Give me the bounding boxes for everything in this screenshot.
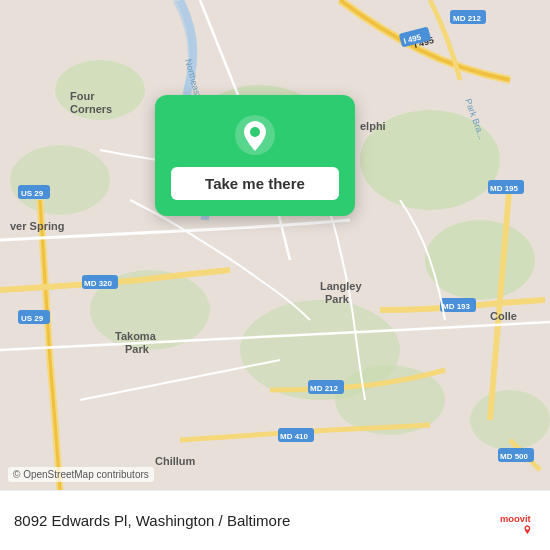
map-view: I 495 I 495 US 29 US 29 MD 320 MD 195 MD… <box>0 0 550 490</box>
svg-text:MD 195: MD 195 <box>490 184 519 193</box>
svg-text:MD 410: MD 410 <box>280 432 309 441</box>
svg-text:elphi: elphi <box>360 120 386 132</box>
svg-text:Takoma: Takoma <box>115 330 157 342</box>
svg-point-6 <box>10 145 110 215</box>
svg-text:MD 320: MD 320 <box>84 279 113 288</box>
moovit-logo-icon: moovit <box>500 503 536 539</box>
svg-text:Langley: Langley <box>320 280 362 292</box>
svg-text:Four: Four <box>70 90 95 102</box>
svg-text:Park: Park <box>325 293 350 305</box>
svg-text:MD 193: MD 193 <box>442 302 471 311</box>
pin-icon <box>233 113 277 157</box>
bottom-bar: 8092 Edwards Pl, Washington / Baltimore … <box>0 490 550 550</box>
svg-text:MD 212: MD 212 <box>453 14 482 23</box>
svg-point-45 <box>250 127 260 137</box>
svg-text:MD 212: MD 212 <box>310 384 339 393</box>
address-text: 8092 Edwards Pl, Washington / Baltimore <box>14 512 290 529</box>
svg-point-47 <box>526 526 529 529</box>
map-attribution: © OpenStreetMap contributors <box>8 467 154 482</box>
svg-text:ver Spring: ver Spring <box>10 220 64 232</box>
svg-text:moovit: moovit <box>500 514 531 524</box>
svg-text:Park: Park <box>125 343 150 355</box>
svg-text:MD 500: MD 500 <box>500 452 529 461</box>
svg-text:Colle: Colle <box>490 310 517 322</box>
svg-text:US 29: US 29 <box>21 314 44 323</box>
moovit-logo: moovit <box>500 503 536 539</box>
svg-text:Chillum: Chillum <box>155 455 196 467</box>
svg-text:Corners: Corners <box>70 103 112 115</box>
take-me-there-button[interactable]: Take me there <box>171 167 339 200</box>
svg-text:US 29: US 29 <box>21 189 44 198</box>
location-card[interactable]: Take me there <box>155 95 355 216</box>
svg-point-3 <box>425 220 535 300</box>
